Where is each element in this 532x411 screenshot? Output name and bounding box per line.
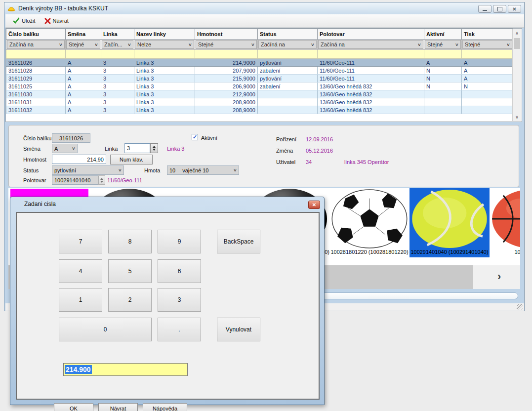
cell: N (424, 67, 462, 75)
key-6[interactable]: 6 (158, 259, 201, 283)
filter-combo-7[interactable]: Stejné∨ (425, 40, 461, 49)
hmotnost-input[interactable]: 214,90 (52, 155, 106, 164)
filter-cell: Začín...∨ (101, 40, 134, 50)
filter-combo-8[interactable]: Stejné∨ (462, 40, 512, 49)
vertical-scrollbar[interactable]: ∧ ∨ (512, 29, 521, 121)
status-label: Status (23, 167, 39, 173)
cell: Linka 3 (134, 98, 195, 106)
column-header-1[interactable]: Směna (66, 29, 101, 40)
back-button[interactable]: Návrat (41, 16, 72, 26)
resize-grip-icon[interactable] (517, 304, 523, 310)
key-9[interactable]: 9 (158, 230, 201, 253)
status-combo[interactable]: pytlování∨ (52, 165, 124, 175)
key-vynulovat[interactable]: Vynulovat (217, 318, 260, 341)
key-1[interactable]: 1 (59, 288, 102, 312)
key-8[interactable]: 8 (108, 230, 152, 253)
table-row[interactable]: 31611026A3Linka 3214,9000pytlování11/60/… (6, 59, 513, 67)
hmota-name: vaječné 10 (182, 167, 208, 173)
filter-value: Začín... (104, 41, 123, 47)
key-backspace[interactable]: BackSpace (217, 230, 260, 253)
filter-combo-3[interactable]: Nelze∨ (135, 40, 194, 49)
cell (424, 106, 462, 114)
key-0[interactable]: 0 (59, 318, 152, 341)
table-row[interactable]: 31611030A3Linka 3212,900013/60/Geo hnědá… (6, 90, 513, 98)
table-row[interactable]: 31611025A3Linka 3206,9000zabalení13/60/G… (6, 82, 513, 90)
cell: N (424, 75, 462, 82)
chevron-down-icon: ∨ (506, 42, 510, 47)
filter-combo-2[interactable]: Začín...∨ (102, 40, 133, 49)
column-header-2[interactable]: Linka (101, 29, 134, 40)
ok-label: OK (70, 406, 78, 411)
table-row[interactable]: 31611031A3Linka 3208,900013/60/Geo hnědá… (6, 98, 513, 106)
restore-button[interactable] (493, 5, 506, 13)
filter-value: Stejné (69, 41, 84, 47)
cell: A (66, 67, 101, 75)
dialog-close-button[interactable]: ✕ (308, 201, 320, 209)
close-button[interactable]: ✕ (508, 5, 521, 13)
linka-spinner-input[interactable]: 3 (124, 143, 150, 153)
key-2[interactable]: 2 (108, 288, 152, 312)
dialog-back-button[interactable]: Návrat (98, 403, 138, 411)
help-button[interactable]: Nápověda (143, 403, 187, 411)
key-decimal[interactable]: . (158, 318, 201, 341)
filter-combo-5[interactable]: Začíná na∨ (258, 40, 317, 49)
filter-combo-1[interactable]: Stejné∨ (66, 40, 100, 49)
filter-input-cell[interactable] (462, 50, 513, 59)
polotovar-field: 100291401040 (52, 175, 98, 185)
filter-input-cell[interactable] (66, 50, 101, 59)
key-7[interactable]: 7 (59, 230, 102, 253)
aktivni-checkbox[interactable]: ✓ (192, 134, 198, 140)
gallery-item-4[interactable]: 100281801220 (100281801220) (329, 188, 409, 257)
filter-input-cell[interactable] (258, 50, 318, 59)
column-header-4[interactable]: Hmotnost (195, 29, 258, 40)
cell (462, 106, 513, 114)
filter-cell: Nelze∨ (134, 40, 195, 50)
column-header-8[interactable]: Tisk (462, 29, 513, 40)
column-header-5[interactable]: Status (258, 29, 318, 40)
dialog-titlebar[interactable]: Zadani cisla ✕ (10, 197, 324, 211)
filter-input-cell[interactable] (134, 50, 195, 59)
chevron-down-icon: ∨ (59, 42, 63, 47)
num-klav-button[interactable]: Num klav. (110, 155, 153, 164)
filter-cell: Stejné∨ (66, 40, 101, 50)
filter-input-cell[interactable] (101, 50, 134, 59)
filter-input-cell[interactable] (6, 50, 66, 59)
minimize-button[interactable] (478, 5, 491, 13)
ok-button[interactable]: OK (54, 403, 93, 411)
key-3[interactable]: 3 (158, 288, 201, 312)
column-header-0[interactable]: Číslo balíku (6, 29, 66, 40)
table-row[interactable]: 31611028A3Linka 3207,9000zabalení11/60/G… (6, 67, 513, 75)
chevron-down-icon: ∨ (188, 42, 192, 47)
cell: N (424, 82, 462, 90)
chevron-down-icon: ∨ (72, 146, 76, 151)
gallery-item-5[interactable]: 100291401040 (100291401040) (409, 188, 490, 257)
filter-input-cell[interactable] (424, 50, 462, 59)
filter-combo-0[interactable]: Začíná na∨ (7, 40, 65, 49)
filter-input-cell[interactable] (318, 50, 424, 59)
hmota-combo[interactable]: 10 vaječné 10 ∨ (167, 165, 239, 175)
table-row[interactable]: 31611029A3Linka 3215,9000pytlování11/60/… (6, 75, 513, 82)
scrollbar-thumb[interactable] (514, 38, 520, 49)
filter-input-cell[interactable] (195, 50, 258, 59)
scroll-up-icon[interactable]: ∧ (513, 29, 521, 37)
filter-combo-4[interactable]: Stejné∨ (196, 40, 257, 49)
table-row[interactable]: 31611032A3Linka 3208,900013/60/Geo hnědá… (6, 106, 513, 114)
smena-combo[interactable]: A∨ (52, 144, 78, 153)
titlebar[interactable]: Deník výroby BB - tabulka KSKUT ✕ (4, 2, 524, 14)
key-4[interactable]: 4 (59, 259, 102, 283)
linka-name-text: Linka 3 (167, 146, 184, 152)
gallery-item-6[interactable]: 1002914120 (490, 188, 520, 257)
cell: 212,9000 (195, 90, 258, 98)
save-button[interactable]: Uložit (9, 16, 39, 26)
filter-combo-6[interactable]: Začíná na∨ (318, 40, 423, 49)
scroll-right-icon[interactable]: › (497, 270, 501, 283)
scroll-down-icon[interactable]: ∨ (513, 113, 521, 121)
polotovar-spin-button[interactable] (98, 175, 105, 185)
column-header-3[interactable]: Nazev linky (134, 29, 195, 40)
amount-input[interactable]: 214.900 (63, 363, 188, 376)
column-header-7[interactable]: Aktivní (424, 29, 462, 40)
cell (462, 90, 513, 98)
linka-spin-button[interactable] (150, 143, 158, 153)
column-header-6[interactable]: Polotovar (318, 29, 424, 40)
key-5[interactable]: 5 (108, 259, 152, 283)
